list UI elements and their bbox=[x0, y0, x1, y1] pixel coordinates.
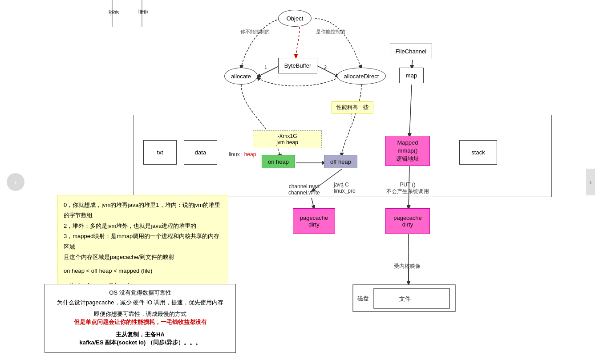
filechannel-node: FileChannel bbox=[390, 44, 432, 59]
kernel-mapping-label: 受内核映像 bbox=[394, 263, 421, 270]
stack-node: stack bbox=[459, 140, 497, 165]
svg-text:你不能控制的: 你不能控制的 bbox=[240, 29, 270, 34]
limit-label: limit bbox=[138, 8, 148, 14]
on-heap-node: on heap bbox=[262, 155, 295, 168]
svg-text:磁盘: 磁盘 bbox=[357, 295, 369, 302]
channel-rw-label: channel.read channel.write bbox=[288, 183, 320, 196]
svg-line-8 bbox=[317, 66, 339, 77]
off-heap-node: off heap bbox=[324, 155, 357, 168]
bottom-note: OS 没有觉得数据可靠性 为什么设计pagecache，减少 硬件 IO 调用，… bbox=[45, 284, 236, 353]
txt-node: txt bbox=[143, 140, 177, 165]
object-node: Object bbox=[278, 10, 312, 27]
perf-note: 性能稍高一些 bbox=[332, 101, 373, 113]
allocatedirect-node: allocateDirect bbox=[337, 68, 386, 85]
svg-line-6 bbox=[257, 66, 279, 77]
map-node: map bbox=[399, 68, 424, 83]
svg-text:1: 1 bbox=[264, 65, 267, 70]
nav-arrow-left[interactable]: ‹ bbox=[7, 173, 24, 191]
svg-text:2: 2 bbox=[324, 65, 327, 70]
pagecache-dirty-2: pagecache dirty bbox=[385, 208, 430, 234]
allocate-node: allocate bbox=[224, 68, 258, 85]
linux-heap-label: linux : heap bbox=[229, 151, 256, 158]
pos-label: pos bbox=[109, 8, 117, 14]
java-c-linux-label: java C linux_pro bbox=[334, 182, 356, 194]
svg-text:文件: 文件 bbox=[399, 295, 411, 302]
put-no-syscall-label: PUT () 不会产生系统调用 bbox=[386, 182, 429, 195]
data-node: data bbox=[184, 140, 217, 165]
svg-rect-25 bbox=[374, 288, 449, 308]
nav-arrow-right[interactable]: › bbox=[586, 169, 595, 195]
pagecache-dirty-1: pagecache dirty bbox=[293, 208, 335, 234]
main-canvas: pos limit 你不能控制的 是你能控制的 1 2 bbox=[0, 0, 595, 364]
svg-text:是你能控制的: 是你能控制的 bbox=[316, 29, 345, 34]
jvm-heap-note: -Xmx1G jvm heap bbox=[253, 130, 322, 148]
svg-line-14 bbox=[312, 198, 314, 209]
bytebuffer-node: ByteBuffer bbox=[278, 58, 317, 73]
mapped-mmap-node: Mapped mmap() 逻辑地址 bbox=[385, 136, 430, 166]
